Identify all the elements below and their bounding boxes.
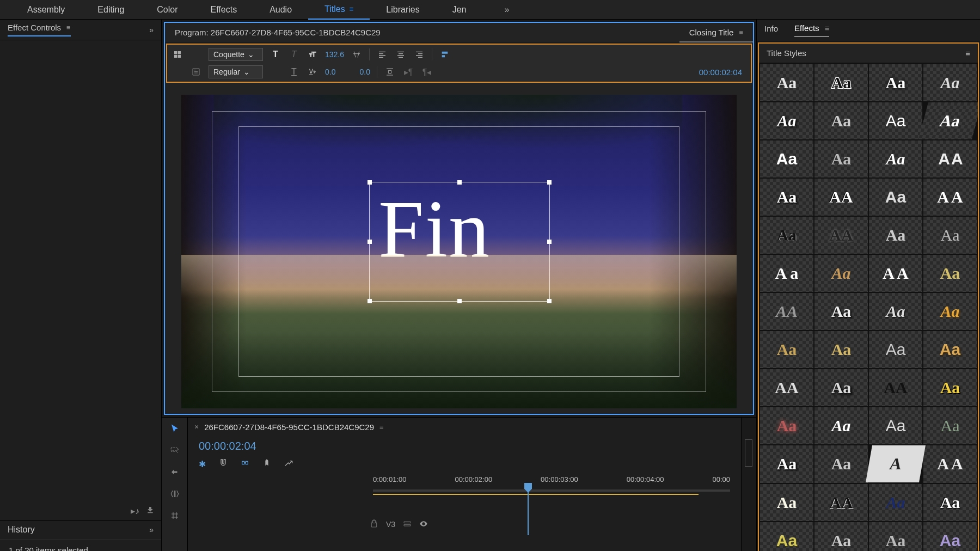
tab-right-icon[interactable]: ▸¶ [402,66,414,78]
title-style-swatch[interactable]: A a [760,255,813,292]
title-properties-icon[interactable] [171,48,183,60]
tab-stops-icon[interactable] [439,48,451,60]
distribute-icon[interactable] [384,66,396,78]
workspace-tab-assembly[interactable]: Assembly [11,0,81,20]
title-style-swatch[interactable]: Aa [760,64,813,101]
close-sequence-icon[interactable]: × [194,423,199,431]
tracking-value[interactable]: 0.0 [325,68,335,76]
program-tab[interactable]: Program: 26FC6607-27D8-4F65-95CC-1BDCB24… [165,23,679,42]
title-style-swatch[interactable]: A A [923,140,977,177]
title-style-swatch[interactable]: Aa [814,522,868,551]
settings-icon[interactable] [284,458,293,469]
magnet-icon[interactable] [219,458,228,469]
ripple-tool-icon[interactable] [167,464,182,480]
title-style-swatch[interactable]: Aa [869,140,922,177]
title-style-swatch[interactable]: Aa [869,522,922,551]
lock-track-icon[interactable] [370,519,378,530]
title-style-swatch[interactable]: Aa [869,179,922,216]
italic-icon[interactable]: T [288,48,300,60]
marker-icon[interactable] [262,458,271,469]
title-style-swatch[interactable]: Aa [869,64,922,101]
underline-icon[interactable]: T [288,66,300,78]
timeline-ruler[interactable]: 0:00:01:0000:00:02:0000:00:03:0000:00:04… [373,475,730,497]
panel-menu-icon[interactable]: ≡ [965,48,970,58]
tab-left-icon[interactable]: ¶◂ [421,66,433,78]
tab-menu-icon[interactable]: ≡ [739,28,743,36]
align-left-icon[interactable] [376,48,388,60]
timeline-timecode[interactable]: 00:00:02:04 [199,440,256,452]
rate-stretch-tool-icon[interactable] [167,486,182,501]
title-style-swatch[interactable]: AA [814,217,868,254]
workspace-tab-audio[interactable]: Audio [253,0,308,20]
title-style-swatch[interactable]: Aa [814,64,868,101]
title-timecode[interactable]: 00:00:02:04 [699,68,746,77]
title-style-swatch[interactable]: Aa [923,331,977,368]
title-style-swatch[interactable]: Aa [814,445,868,482]
track-select-tool-icon[interactable] [167,443,182,458]
title-style-swatch[interactable]: Aa [814,331,868,368]
title-style-swatch[interactable]: Aa [760,407,813,444]
workspace-tab-effects[interactable]: Effects [194,0,254,20]
title-text[interactable]: Fin [370,182,549,275]
title-style-swatch[interactable]: A A [923,445,977,482]
title-style-swatch[interactable]: Aa [814,140,868,177]
title-style-swatch[interactable]: Aa [918,102,978,139]
workspace-tab-color[interactable]: Color [140,0,194,20]
title-style-swatch[interactable]: Aa [760,522,813,551]
workspace-tab-libraries[interactable]: Libraries [370,0,436,20]
title-style-swatch[interactable]: Aa [760,102,813,139]
tab-effects[interactable]: Effects≡ [794,23,829,37]
title-style-swatch[interactable]: Aa [923,64,977,101]
slip-tool-icon[interactable] [167,508,182,523]
expand-panel-icon[interactable]: » [149,26,154,34]
closing-title-tab[interactable]: Closing Title ≡ [679,23,753,42]
workspace-tab-titles[interactable]: Titles≡ [308,0,370,20]
title-actions-icon[interactable] [190,66,202,78]
effect-controls-tab[interactable]: Effect Controls ≡ [8,23,71,36]
title-style-swatch[interactable]: Aa [869,407,922,444]
title-style-swatch[interactable]: Aa [814,407,868,444]
title-style-swatch[interactable]: AA [760,369,813,406]
title-style-swatch[interactable]: A A [923,179,977,216]
title-style-swatch[interactable]: Aa [923,522,977,551]
title-style-swatch[interactable]: AA [814,484,868,521]
kerning-icon[interactable] [351,48,363,60]
title-text-bounds[interactable]: Fin [369,182,550,302]
program-canvas[interactable]: Fin [181,95,737,408]
title-style-swatch[interactable]: Aa [760,445,813,482]
bold-icon[interactable]: T [270,48,281,60]
title-style-swatch[interactable]: Aa [814,255,868,292]
sequence-name[interactable]: 26FC6607-27D8-4F65-95CC-1BDCB24C9C29 [204,423,374,432]
font-weight-dropdown[interactable]: Regular ⌄ [209,65,263,78]
title-style-swatch[interactable]: Aa [814,369,868,406]
workspace-tab-editing[interactable]: Editing [81,0,140,20]
play-only-icon[interactable]: ▸♪ [131,506,139,516]
title-style-swatch[interactable]: Aa [814,293,868,330]
tab-info[interactable]: Info [764,24,778,36]
title-style-swatch[interactable]: Aa [760,331,813,368]
title-style-swatch[interactable]: Aa [923,407,977,444]
align-center-icon[interactable] [395,48,407,60]
sequence-menu-icon[interactable]: ≡ [379,423,384,431]
title-style-swatch[interactable]: Aa [760,179,813,216]
panel-menu-icon[interactable]: ≡ [66,23,71,32]
panel-menu-icon[interactable]: ≡ [825,23,830,33]
zoom-scrollbar[interactable] [745,439,752,467]
track-label[interactable]: V3 [386,520,395,529]
workspace-menu-icon[interactable]: ≡ [350,5,354,13]
align-right-icon[interactable] [413,48,425,60]
title-style-swatch[interactable]: Aa [923,293,977,330]
title-style-swatch[interactable]: Aa [923,369,977,406]
toggle-output-icon[interactable] [419,519,428,530]
title-style-swatch[interactable]: A A [869,255,922,292]
title-style-swatch[interactable]: Aa [923,484,977,521]
title-style-swatch[interactable]: A [866,445,926,482]
title-style-swatch[interactable]: Aa [760,217,813,254]
title-style-swatch[interactable]: Aa [869,331,922,368]
title-style-swatch[interactable]: Aa [869,484,922,521]
leading-value[interactable]: 0.0 [359,68,370,76]
workspace-tab-jen[interactable]: Jen [436,0,483,20]
selection-tool-icon[interactable] [167,421,182,436]
title-style-swatch[interactable]: Aa [869,102,922,139]
snap-icon[interactable]: ✱ [199,459,206,469]
